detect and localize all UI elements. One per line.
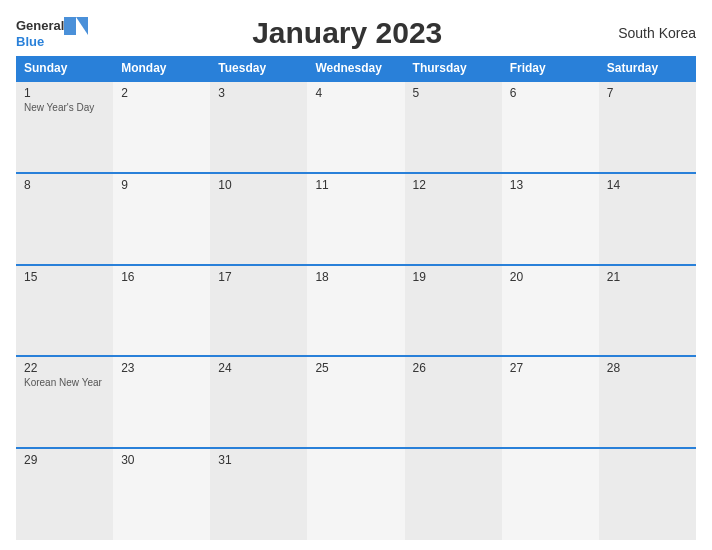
country-label: South Korea [606,25,696,41]
day-number: 9 [121,178,202,192]
calendar-week-row: 891011121314 [16,173,696,265]
day-number: 19 [413,270,494,284]
holiday-label: Korean New Year [24,377,105,388]
calendar-cell: 25 [307,356,404,448]
calendar-cell: 27 [502,356,599,448]
col-monday: Monday [113,56,210,81]
col-saturday: Saturday [599,56,696,81]
calendar-cell: 31 [210,448,307,540]
calendar-cell: 15 [16,265,113,357]
calendar-cell: 20 [502,265,599,357]
logo-general-text: General [16,19,64,33]
day-number: 29 [24,453,105,467]
logo-blue-text: Blue [16,35,44,49]
day-number: 6 [510,86,591,100]
day-number: 21 [607,270,688,284]
col-friday: Friday [502,56,599,81]
calendar-cell: 7 [599,81,696,173]
day-number: 25 [315,361,396,375]
calendar-cell: 9 [113,173,210,265]
calendar-week-row: 1New Year's Day234567 [16,81,696,173]
day-number: 16 [121,270,202,284]
day-number: 28 [607,361,688,375]
day-number: 20 [510,270,591,284]
calendar-cell: 12 [405,173,502,265]
calendar-cell: 16 [113,265,210,357]
calendar-cell: 23 [113,356,210,448]
day-number: 15 [24,270,105,284]
col-wednesday: Wednesday [307,56,404,81]
day-number: 10 [218,178,299,192]
calendar-cell: 30 [113,448,210,540]
calendar-cell: 5 [405,81,502,173]
calendar-week-row: 15161718192021 [16,265,696,357]
calendar-cell: 1New Year's Day [16,81,113,173]
calendar-cell: 19 [405,265,502,357]
calendar-table: Sunday Monday Tuesday Wednesday Thursday… [16,56,696,540]
calendar-cell: 17 [210,265,307,357]
calendar-cell: 10 [210,173,307,265]
calendar-cell: 8 [16,173,113,265]
day-number: 13 [510,178,591,192]
svg-rect-1 [64,17,76,35]
day-number: 2 [121,86,202,100]
day-number: 8 [24,178,105,192]
calendar-cell: 21 [599,265,696,357]
day-number: 30 [121,453,202,467]
calendar-cell: 6 [502,81,599,173]
day-number: 26 [413,361,494,375]
col-sunday: Sunday [16,56,113,81]
calendar-title: January 2023 [88,16,606,50]
col-thursday: Thursday [405,56,502,81]
col-tuesday: Tuesday [210,56,307,81]
calendar-page: General Blue January 2023 South Korea Su… [0,0,712,550]
day-number: 14 [607,178,688,192]
day-number: 27 [510,361,591,375]
weekday-header-row: Sunday Monday Tuesday Wednesday Thursday… [16,56,696,81]
calendar-cell [599,448,696,540]
holiday-label: New Year's Day [24,102,105,113]
calendar-cell: 4 [307,81,404,173]
calendar-cell: 11 [307,173,404,265]
day-number: 5 [413,86,494,100]
day-number: 11 [315,178,396,192]
calendar-cell [502,448,599,540]
logo: General Blue [16,17,88,49]
day-number: 22 [24,361,105,375]
calendar-cell: 26 [405,356,502,448]
calendar-cell [405,448,502,540]
day-number: 17 [218,270,299,284]
day-number: 3 [218,86,299,100]
calendar-cell: 2 [113,81,210,173]
calendar-cell: 14 [599,173,696,265]
day-number: 12 [413,178,494,192]
header: General Blue January 2023 South Korea [16,16,696,50]
calendar-cell: 24 [210,356,307,448]
day-number: 31 [218,453,299,467]
calendar-week-row: 293031 [16,448,696,540]
day-number: 18 [315,270,396,284]
calendar-week-row: 22Korean New Year232425262728 [16,356,696,448]
day-number: 24 [218,361,299,375]
calendar-cell [307,448,404,540]
calendar-cell: 22Korean New Year [16,356,113,448]
logo-flag-icon [64,17,88,35]
calendar-cell: 29 [16,448,113,540]
day-number: 1 [24,86,105,100]
calendar-cell: 28 [599,356,696,448]
day-number: 7 [607,86,688,100]
calendar-cell: 3 [210,81,307,173]
calendar-cell: 13 [502,173,599,265]
day-number: 4 [315,86,396,100]
calendar-cell: 18 [307,265,404,357]
day-number: 23 [121,361,202,375]
